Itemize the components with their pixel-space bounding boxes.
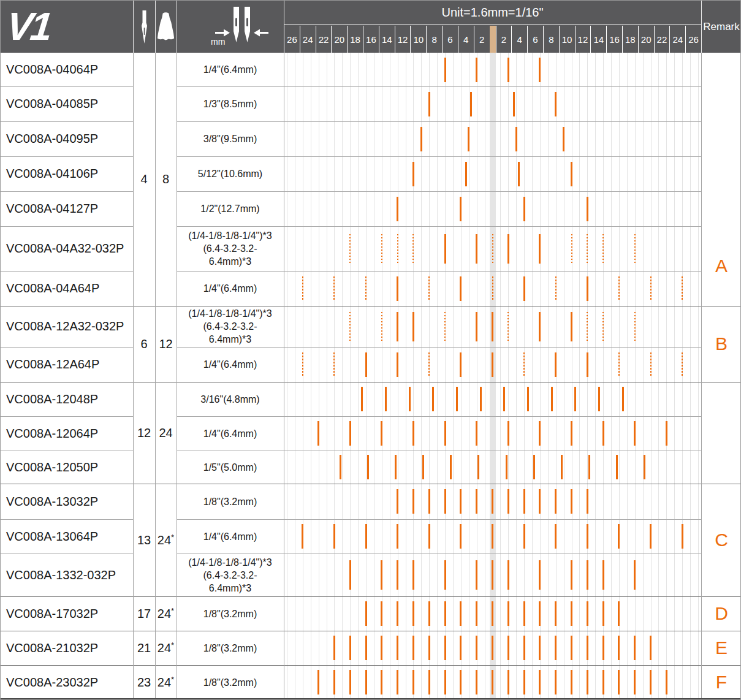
needle-mark-solid — [317, 421, 319, 446]
gauge-spec-line: (6.4-3.2-3.2- — [203, 569, 257, 582]
unit-gridline — [635, 53, 636, 699]
needle-mark-solid — [602, 560, 604, 590]
needle-mark-solid — [650, 670, 652, 694]
needle-mark-solid — [533, 455, 535, 479]
axis-tick-label: 10 — [559, 26, 575, 53]
axis-center-band-header — [490, 26, 496, 53]
needle-mark-dotted — [444, 312, 446, 341]
unit-gridline — [690, 53, 691, 699]
gauge-spec-cell: 1/8"(3.2mm) — [177, 484, 284, 519]
needle-mark-solid — [420, 127, 422, 151]
gauge-spec-line: 6.4mm)*3 — [209, 255, 251, 268]
needle-mark-solid — [381, 560, 382, 590]
gauge-spec-cell: (1/4-1/8-1/8-1/4")*3(6.4-3.2-3.2-6.4mm)*… — [177, 554, 284, 596]
gauge-spec-line: 1/8"(3.2mm) — [203, 607, 257, 620]
needle-mark-solid — [397, 601, 398, 626]
needle-mark-solid — [365, 636, 367, 660]
needle-mark-solid — [650, 636, 652, 660]
needle-mark-solid — [361, 387, 363, 411]
gauge-spec-line: 1/3"(8.5mm) — [203, 97, 257, 110]
needle-mark-dotted — [302, 352, 303, 377]
needle-mark-dotted — [650, 352, 652, 377]
model-number-cell: VC008A-04085P — [1, 86, 133, 121]
axis-tick-label: 16 — [363, 26, 379, 53]
needle-mark-solid — [444, 601, 446, 626]
table-header: V1 mm Unit=1.6 — [1, 1, 741, 53]
needle-gauge-mm-icon: mm — [184, 7, 276, 47]
needle-mark-dotted — [333, 352, 335, 377]
needle-mark-solid — [476, 560, 477, 590]
presser-foot-icon — [155, 12, 177, 42]
gauge-spec-cell: 1/4"(6.4mm) — [177, 347, 284, 382]
needle-mark-solid — [333, 636, 335, 660]
needle-mark-solid — [571, 560, 572, 590]
unit-gridline — [485, 53, 485, 699]
needle-mark-dotted — [302, 276, 303, 301]
needle-mark-solid — [444, 489, 446, 514]
gauge-spec-cell: (1/4-1/8-1/8-1/4")*3(6.4-3.2-3.2-6.4mm)*… — [177, 226, 284, 271]
needle-mark-solid — [397, 560, 398, 590]
remark-letter: B — [701, 306, 741, 382]
needle-mark-dotted — [682, 352, 683, 377]
gauge-spec-line: (1/4-1/8-1/8-1/4")*3 — [188, 229, 272, 242]
model-number-cell: VC008A-04A64P — [1, 271, 133, 306]
gauge-width-column-header: mm — [177, 1, 284, 53]
model-number-cell: VC008A-23032P — [1, 665, 133, 699]
needle-mark-solid — [397, 489, 398, 514]
gauge-spec-line: 1/8"(3.2mm) — [203, 642, 257, 655]
presser-foot-count-cell: 24 — [155, 382, 177, 484]
needle-mark-solid — [503, 387, 505, 411]
needle-mark-solid — [523, 489, 525, 514]
needle-mark-solid — [444, 234, 446, 264]
needle-count-cell: 12 — [133, 382, 155, 484]
unit-gridline — [406, 53, 406, 699]
needle-mark-solid — [460, 524, 462, 549]
needle-mark-solid — [450, 455, 452, 479]
needle-mark-solid — [422, 455, 424, 479]
needle-mark-solid — [618, 601, 620, 626]
header-divider — [284, 1, 284, 53]
header-divider — [177, 1, 177, 53]
unit-gridline — [437, 53, 438, 699]
needle-mark-solid — [527, 387, 529, 411]
gauge-spec-line: 1/8"(3.2mm) — [203, 495, 257, 508]
needle-mark-solid — [397, 312, 398, 341]
unit-gridline — [327, 53, 327, 699]
unit-gridline — [595, 53, 596, 699]
brand-logo: V1 — [4, 2, 132, 51]
needle-mark-solid — [598, 387, 600, 411]
axis-tick-label: 18 — [622, 26, 638, 53]
needle-mark-dotted — [587, 234, 588, 264]
needle-mark-solid — [616, 455, 618, 479]
needle-mark-solid — [302, 524, 303, 549]
needle-mark-solid — [397, 197, 398, 221]
gauge-spec-line: 3/16"(4.8mm) — [200, 393, 259, 406]
needle-mark-solid — [492, 352, 493, 377]
column-divider — [155, 53, 156, 699]
needle-mark-solid — [523, 197, 525, 221]
needle-mark-solid — [412, 421, 414, 446]
needle-mark-dotted — [507, 312, 509, 341]
unit-gridline — [698, 53, 699, 699]
model-number-cell: VC008A-17032P — [1, 596, 133, 631]
needle-mark-solid — [412, 636, 414, 660]
gauge-spec-line: (1/4-1/8-1/8-1/4")*3 — [188, 307, 272, 320]
needle-mark-dotted — [618, 276, 620, 301]
needle-mark-solid — [539, 312, 541, 341]
needle-mark-solid — [444, 421, 446, 446]
needle-mark-solid — [523, 670, 525, 694]
needle-mark-solid — [539, 670, 541, 694]
needle-mark-solid — [587, 524, 588, 549]
unit-gridline — [658, 53, 659, 699]
axis-tick-label: 22 — [654, 26, 670, 53]
needle-mark-solid — [634, 560, 636, 590]
mm-label: mm — [211, 37, 225, 47]
axis-tick-label: 6 — [442, 26, 458, 53]
needle-mark-solid — [571, 670, 572, 694]
header-divider — [155, 1, 156, 53]
needle-mark-solid — [480, 387, 482, 411]
needle-mark-solid — [397, 276, 398, 301]
needle-mark-solid — [587, 636, 588, 660]
axis-tick-label: 20 — [331, 26, 347, 53]
column-divider — [701, 53, 702, 699]
